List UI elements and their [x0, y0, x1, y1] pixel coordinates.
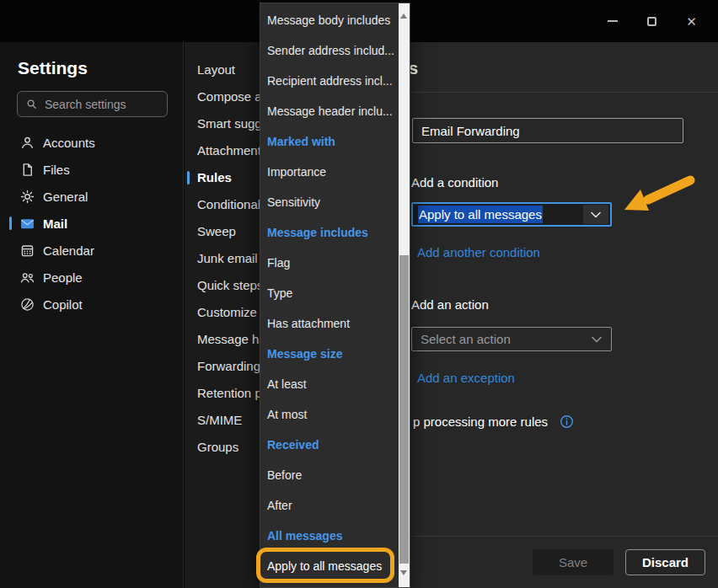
sidebar-item-label: Mail	[43, 216, 67, 231]
menu-item[interactable]: Has attachment	[260, 308, 399, 339]
annotation-arrow-icon	[618, 174, 695, 214]
menu-item-label: Recipient address incl...	[267, 74, 393, 88]
menu-item-label: Received	[267, 438, 319, 452]
category-item-label: Junk email	[197, 251, 258, 265]
settings-sidebar: Settings Accounts Files General Mail Cal…	[0, 42, 184, 588]
condition-dropdown-items: Message body includes Sender address inc…	[260, 5, 399, 581]
menu-item[interactable]: Before	[260, 460, 399, 490]
menu-item[interactable]: After	[260, 490, 399, 521]
file-icon	[20, 163, 35, 177]
minimize-icon	[608, 20, 618, 22]
sidebar-item-label: Calendar	[43, 243, 94, 258]
sidebar-item-label: General	[43, 190, 88, 204]
info-icon[interactable]	[560, 414, 574, 429]
menu-item[interactable]: At most	[260, 399, 399, 430]
condition-dropdown-menu: Message body includes Sender address inc…	[260, 3, 410, 588]
menu-item-label: Has attachment	[267, 317, 350, 330]
action-select[interactable]: Select an action	[411, 327, 612, 351]
dropdown-scrollbar[interactable]	[399, 3, 410, 587]
sidebar-nav: Accounts Files General Mail Calendar Peo…	[0, 129, 183, 318]
menu-item-label: Sender address includ...	[267, 44, 394, 57]
action-select-placeholder: Select an action	[412, 332, 511, 346]
scrollbar-thumb[interactable]	[399, 255, 409, 564]
chevron-down-icon[interactable]	[584, 329, 609, 349]
person-icon	[20, 136, 35, 150]
close-button[interactable]: ✕	[672, 0, 711, 42]
category-item-label: S/MIME	[197, 413, 242, 427]
sidebar-item-label: Accounts	[43, 136, 95, 150]
menu-item-label: After	[267, 499, 292, 512]
menu-item: Message size	[260, 339, 399, 369]
menu-item: Message includes	[260, 217, 399, 248]
category-item-label: Quick steps	[197, 278, 263, 292]
category-item-label: Customize a	[197, 305, 267, 319]
menu-item-label: Type	[267, 286, 292, 300]
rule-name-input[interactable]	[412, 118, 683, 143]
chevron-down-icon[interactable]	[583, 205, 608, 224]
gear-icon	[20, 190, 35, 204]
menu-item[interactable]: Sensitivity	[260, 187, 399, 217]
sidebar-item[interactable]: Accounts	[0, 129, 183, 156]
maximize-icon	[647, 17, 656, 26]
scroll-down-icon[interactable]	[400, 570, 407, 575]
menu-item[interactable]: Flag	[260, 248, 399, 278]
menu-item[interactable]: At least	[260, 369, 399, 399]
sidebar-item[interactable]: People	[0, 264, 183, 291]
menu-item-label: Sensitivity	[267, 195, 320, 209]
menu-item-label: Message size	[267, 347, 343, 361]
minimize-button[interactable]	[592, 0, 632, 42]
sidebar-item[interactable]: Files	[0, 156, 183, 183]
category-item-label: Smart sugge	[197, 116, 269, 131]
category-item-label: Compose an	[197, 89, 269, 104]
search-box[interactable]	[17, 91, 168, 117]
category-item-label: Forwarding	[197, 359, 260, 373]
action-section-label: Add an action	[411, 297, 489, 312]
menu-item[interactable]: Message header inclu...	[260, 96, 399, 126]
menu-item-label: Importance	[267, 165, 326, 179]
category-item-label: Sweep	[197, 224, 236, 238]
scroll-up-icon[interactable]	[400, 13, 407, 19]
search-input[interactable]	[45, 98, 159, 111]
category-item-label: Groups	[197, 440, 238, 454]
maximize-button[interactable]	[632, 0, 672, 42]
rule-editor-panel: s Add a condition Apply to all messages …	[398, 42, 718, 588]
sidebar-item[interactable]: Copilot	[0, 291, 183, 318]
menu-item[interactable]: Importance	[260, 157, 399, 187]
menu-item-label: Flag	[267, 256, 290, 270]
window-controls: ✕	[592, 0, 711, 42]
calendar-icon	[20, 243, 35, 258]
stop-processing-label-partial: p processing more rules	[413, 414, 548, 429]
menu-item[interactable]: Recipient address incl...	[260, 66, 399, 96]
condition-select-value: Apply to all messages	[413, 207, 543, 222]
menu-item[interactable]: Sender address includ...	[260, 35, 399, 66]
copilot-icon	[20, 297, 35, 312]
menu-item: All messages	[260, 521, 399, 551]
mail-icon	[20, 216, 35, 231]
menu-item[interactable]: Type	[260, 278, 399, 308]
discard-button[interactable]: Discard	[625, 549, 705, 575]
sidebar-item[interactable]: General	[0, 183, 183, 210]
menu-item: Received	[260, 430, 399, 460]
menu-item-label: Message header inclu...	[267, 104, 393, 118]
add-another-condition-link[interactable]: Add another condition	[417, 245, 540, 259]
menu-item[interactable]: Message body includes	[260, 5, 399, 35]
category-item-label: Retention p	[197, 386, 262, 400]
category-item-label: Message ha	[197, 332, 266, 346]
menu-item[interactable]: Apply to all messages	[260, 551, 399, 581]
category-item-label: Attachment	[197, 143, 261, 158]
menu-item-label: Apply to all messages	[267, 559, 382, 573]
sidebar-item-label: Copilot	[43, 297, 83, 312]
sidebar-item[interactable]: Calendar	[0, 237, 183, 264]
sidebar-item-label: People	[43, 270, 83, 285]
condition-section-label: Add a condition	[411, 175, 498, 190]
add-exception-link[interactable]: Add an exception	[417, 371, 515, 385]
close-icon: ✕	[686, 15, 697, 28]
page-title: Settings	[18, 58, 183, 78]
people-icon	[20, 270, 35, 285]
category-item-label: Rules	[197, 170, 232, 184]
save-button[interactable]: Save	[533, 549, 614, 575]
menu-item-label: At most	[267, 408, 307, 421]
condition-select[interactable]: Apply to all messages	[411, 202, 612, 227]
sidebar-item[interactable]: Mail	[0, 210, 183, 237]
menu-item-label: Message includes	[267, 226, 368, 239]
